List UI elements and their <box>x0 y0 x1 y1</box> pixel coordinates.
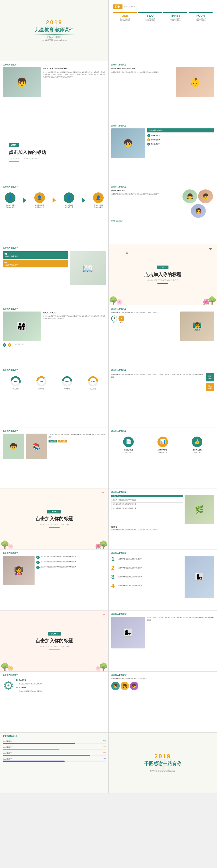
four-title: 点击加入你的标题 <box>36 638 73 644</box>
slide16-icons: 📄 点击加入标题 点击加入文字 📊 点击加入标题 点击加入文字 👍 点击加入标题… <box>111 437 214 454</box>
slide-14-add-buttons: 点击加入标题文字 点击加入标题文字点击加入标题文字点击加入标题文字点击加入标题文… <box>108 366 217 427</box>
num4-text: 点击加入标题文字点击加入标题文字 <box>118 585 142 587</box>
bar1-val: 70% <box>103 740 106 742</box>
bar2-label: 加入标题文字 <box>3 746 12 748</box>
bar2-track <box>3 749 106 750</box>
arrow-icon-2: 👤 <box>34 192 45 203</box>
arrow-label-2: 点击加入标题点击加入文字 <box>34 204 45 208</box>
bar4-fill <box>3 761 65 762</box>
slide-25-subtitle-bars: 此处添加副标题 加入标题文字 70% 加入标题文字 55% <box>0 733 108 794</box>
presenter-info: 汇报人： 千图网 <box>33 36 75 38</box>
bar4-label: 加入标题文字 <box>3 758 12 760</box>
gear-icon: ⚙ <box>3 678 14 693</box>
num-row-1: 1 点击加入标题文字点击加入标题文字 <box>111 556 183 562</box>
slide6-list: 加入标题功能说明 1 加入标题文字 2 加入标题文字 3 加入标题文字 <box>147 128 214 158</box>
slide6-header: 点击加入标题文字 <box>111 124 214 127</box>
slide11-text: 点击加入标题文字 点击加入标题文字点击加入标题文字点击加入标题文字点击加入标题文… <box>43 311 106 341</box>
slide6-tag: 加入标题功能说明 <box>147 128 214 132</box>
slide24-circles: 👦 👧 🧒 <box>111 682 214 690</box>
presenter-name: 千图网 <box>56 36 61 38</box>
presenter-label: 汇报人： <box>47 36 55 38</box>
slide16-header: 点击加入标题文字 <box>111 430 214 432</box>
dir-item-three: THREE 点击加入标题文字点击加入标题文字 <box>163 12 187 22</box>
three-badge: THREE <box>47 510 61 514</box>
circle-photo-1: 👧 <box>182 189 197 203</box>
slide-16-icons3: 点击加入标题文字 📄 点击加入标题 点击加入文字 📊 点击加入标题 点击加入文字… <box>108 427 217 488</box>
donut-svg-4: 50% <box>87 375 99 387</box>
one-badge-row: ONE <box>9 143 100 147</box>
slide9-content: 01 点击加入标题文字 02 点击加入标题文字 📖 <box>3 251 106 285</box>
slide-21-four-section: 🌳 🌼 🌳 🌸 ♥ FOUR 点击加入你的标题 CLICK HERE TO AD… <box>0 610 108 671</box>
bar1-fill <box>3 743 75 744</box>
donut4-label: 加入标题 <box>87 388 99 390</box>
slide-11-content: 点击加入标题文字 👨‍👩‍👧‍👦 点击加入标题文字 点击加入标题文字点击加入标题… <box>0 305 108 366</box>
add-btn-1[interactable]: 加入标题 <box>206 373 214 381</box>
donut1-label: 加入标题 <box>10 388 22 390</box>
bar4-track <box>3 761 106 762</box>
title-year: 2019 <box>33 19 75 26</box>
slide8-photos: 👧 👦 🧑 <box>182 189 214 219</box>
add-btn-2[interactable]: 加入标题 <box>206 383 214 391</box>
slide22-photo: 👩‍👧 <box>111 617 145 648</box>
slide-2-directory: 目录/ DIRECTORY ONE 点击加入标题文字点击加入标题文字 TWO 点… <box>108 0 217 61</box>
slide3-text: 点击加入标题文字点击加入标题 点击加入标题文字点击加入标题文字点击加入标题文字点… <box>43 67 106 116</box>
svg-text:50%: 50% <box>91 380 95 382</box>
donut-svg-3: 50% <box>61 375 73 387</box>
check-row-1: ✓ 点击加入标题文字点击加入标题文字点击加入标题文字 <box>36 556 106 559</box>
bar2-val: 55% <box>103 746 106 748</box>
arrow-icon-4: 👤 <box>93 192 104 203</box>
slide18-header: 点击加入标题文字 <box>111 491 214 493</box>
thankyou-sub: PPT模板下载 www.58pic.com <box>142 770 184 772</box>
slide11-foot: 加入标题文字 <box>14 343 24 347</box>
arrow-item-1: 👤 点击加入标题点击加入文字 <box>5 192 16 208</box>
slide15-text: 点击加入标题文字点击加入标题文字点击加入标题文字点击加入标题文字点击加入标题文字… <box>49 434 106 459</box>
big-icon-2: 📊 <box>157 437 168 447</box>
slide4-content: 点击加入标题文字点击加入标题 点击加入标题文字点击加入标题文字点击加入标题文字点… <box>111 67 214 116</box>
slide-23-gear: 点击加入标题文字 ⚙ 加入副标题 点击加入标题文字点击加入标题文字 加入副标题 … <box>0 671 108 733</box>
slide8-bottom: 加入标题文字说明 <box>111 220 214 222</box>
slide15-content: 🧒 📚 点击加入标题文字点击加入标题文字点击加入标题文字点击加入标题文字点击加入… <box>3 434 106 459</box>
slide8-header: 点击加入标题文字 <box>111 185 214 188</box>
bar3-val: 85% <box>103 752 106 754</box>
two-sub: CLICK HERE TO ADD YOUR TITLE <box>148 279 178 281</box>
table-row3: 点击加入标题文字点击加入标题文字 <box>111 507 183 510</box>
circle-photo-3: 🧑 <box>191 204 206 218</box>
slide12-text: 点击加入标题文字点击加入标题文字点击加入标题文字点击加入标题文字 9 加入 ★ … <box>111 311 178 341</box>
slide9-header: 点击加入标题文字 <box>3 246 106 249</box>
arrow-3 <box>82 198 85 203</box>
item2-num: 2 <box>147 138 150 141</box>
slide-8-content-photo: 点击加入标题文字 点击加入标题文字 点击加入标题文字点击加入标题文字点击加入标题… <box>108 183 217 244</box>
slide13-header: 点击加入标题文字 <box>3 369 106 371</box>
slide25-bars: 加入标题文字 70% 加入标题文字 55% 加入标题文字 <box>3 740 106 762</box>
gear-item-2: 加入副标题 <box>16 686 106 688</box>
slide23-content: ⚙ 加入副标题 点击加入标题文字点击加入标题文字 加入副标题 点击加入标题文字点… <box>3 678 106 693</box>
dir-num-1: ONE <box>113 14 137 18</box>
circle-photo-2: 👦 <box>198 189 213 203</box>
slide14-buttons: 加入标题 加入标题 <box>206 373 214 391</box>
slide-24-content-final: 点击加入标题文字 点击加入标题文字点击加入标题文字点击加入标题文字 👦 👧 🧒 <box>108 671 217 733</box>
gear-text1: 点击加入标题文字点击加入标题文字 <box>19 683 106 685</box>
slide-10-two-section: 🌳 🌸 🌳 🌺 ❤ ✿ TWO 点击加入你的标题 CLICK HERE TO A… <box>108 244 217 305</box>
four-sub: CLICK HERE TO ADD YOUR TITLE <box>39 645 70 647</box>
num1-text: 点击加入标题文字点击加入标题文字 <box>118 558 142 560</box>
slide4-photo: 👶 <box>176 67 214 97</box>
dir-label-4: 点击加入标题文字点击加入标题文字 <box>189 18 213 22</box>
icon2-label: 点击加入文字 <box>157 452 168 454</box>
num3-text: 点击加入标题文字点击加入标题文字 <box>118 576 142 578</box>
slide6-item1: 1 加入标题文字 <box>147 134 214 137</box>
item3-num: 3 <box>147 143 150 146</box>
slide12-icons: 9 加入 ★ 标题 <box>111 315 178 324</box>
slide11-bottom: f t 加入标题文字 <box>3 343 106 347</box>
bar4-val: 60% <box>103 758 106 760</box>
check-1: ✓ <box>36 556 40 559</box>
slide-20-numbered: 点击加入标题文字 1 点击加入标题文字点击加入标题文字 2 点击加入标题文字点击… <box>108 549 217 610</box>
slide25-header: 此处添加副标题 <box>3 735 106 738</box>
arrow-icon-3: 👤 <box>64 192 74 203</box>
slide19-photo: 👩‍🏫 <box>3 556 35 585</box>
icon-item-3: 👍 点击加入标题 点击加入文字 <box>192 437 203 454</box>
slide24-content: 点击加入标题文字点击加入标题文字点击加入标题文字 👦 👧 🧒 <box>111 678 214 690</box>
icon3-label: 点击加入文字 <box>192 452 203 454</box>
four-line <box>49 650 60 650</box>
tag2: 加入标题 <box>58 440 67 442</box>
three-title: 点击加入你的标题 <box>36 516 73 522</box>
